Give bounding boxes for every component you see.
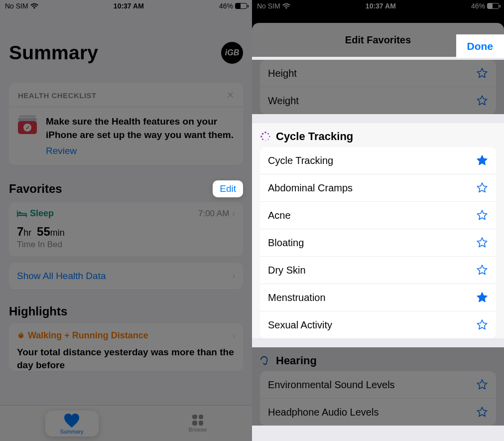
tab-bar: Summary Browse bbox=[0, 405, 252, 441]
battery-icon bbox=[235, 3, 247, 9]
health-checklist-title: HEALTH CHECKLIST bbox=[18, 91, 97, 100]
cycle-label: Sexual Activity bbox=[268, 319, 332, 331]
body-measurements-group: HeightWeight bbox=[260, 60, 496, 114]
tab-browse[interactable]: Browse bbox=[189, 415, 207, 433]
cycle-row[interactable]: Bloating bbox=[260, 229, 496, 257]
highlights-title: Highlights bbox=[9, 304, 243, 318]
svg-point-0 bbox=[264, 132, 266, 134]
chevron-right-icon: › bbox=[232, 209, 235, 219]
svg-point-2 bbox=[269, 136, 270, 137]
favorite-star-icon[interactable] bbox=[476, 406, 488, 418]
hearing-row[interactable]: Environmental Sound Levels bbox=[260, 371, 496, 399]
browse-grid-icon bbox=[192, 415, 203, 426]
hearing-label: Environmental Sound Levels bbox=[268, 379, 395, 391]
cycle-row[interactable]: Dry Skin bbox=[260, 257, 496, 284]
bed-icon bbox=[17, 210, 27, 217]
cycle-row[interactable]: Abdominal Cramps bbox=[260, 174, 496, 202]
cycle-label: Dry Skin bbox=[268, 265, 306, 276]
sleep-duration: 7hr 55min bbox=[17, 225, 235, 239]
health-checklist-text: Make sure the Health features on your iP… bbox=[46, 115, 234, 142]
body-measure-row[interactable]: Height bbox=[260, 60, 496, 87]
status-bar: No SIM 10:37 AM 46% bbox=[0, 0, 252, 12]
cycle-label: Abdominal Cramps bbox=[268, 182, 353, 194]
tab-summary[interactable]: Summary bbox=[45, 411, 99, 437]
favorite-star-icon[interactable] bbox=[476, 95, 488, 107]
favorite-star-icon[interactable] bbox=[476, 209, 488, 221]
favorite-star-icon[interactable] bbox=[476, 154, 488, 166]
favorite-star-icon[interactable] bbox=[476, 182, 488, 194]
svg-point-4 bbox=[265, 141, 265, 141]
svg-point-7 bbox=[262, 133, 264, 135]
cycle-label: Bloating bbox=[268, 237, 304, 249]
cycle-row[interactable]: Cycle Tracking bbox=[260, 147, 496, 174]
health-checklist-card[interactable]: HEALTH CHECKLIST ✕ ✓ Make sure the Healt… bbox=[9, 83, 243, 165]
svg-point-5 bbox=[262, 139, 263, 140]
favorite-star-icon[interactable] bbox=[476, 292, 488, 303]
status-carrier: No SIM bbox=[5, 2, 28, 10]
status-battery-pct: 46% bbox=[219, 2, 233, 10]
favorite-star-icon[interactable] bbox=[476, 379, 488, 391]
cycle-icon bbox=[260, 131, 271, 142]
highlight-metric: Walking + Running Distance bbox=[17, 330, 148, 341]
svg-point-1 bbox=[267, 133, 269, 135]
status-battery-pct: 46% bbox=[471, 2, 485, 10]
show-all-health-data-button[interactable]: Show All Health Data › bbox=[9, 263, 243, 290]
sleep-timestamp: 7:00 AM bbox=[198, 209, 229, 219]
chevron-right-icon: › bbox=[233, 272, 235, 281]
flame-icon bbox=[17, 331, 25, 341]
page-title: Summary bbox=[9, 42, 98, 64]
cycle-label: Acne bbox=[268, 210, 291, 221]
cycle-tracking-group: Cycle TrackingAbdominal CrampsAcneBloati… bbox=[260, 147, 496, 338]
time-in-bed-label: Time In Bed bbox=[17, 240, 235, 250]
body-measure-label: Weight bbox=[268, 95, 299, 107]
cycle-label: Cycle Tracking bbox=[268, 155, 333, 166]
checklist-stack-icon: ✓ bbox=[18, 115, 38, 134]
hearing-heading: Hearing bbox=[252, 347, 504, 371]
cycle-row[interactable]: Acne bbox=[260, 202, 496, 229]
svg-point-6 bbox=[260, 136, 262, 138]
highlight-body: Your total distance yesterday was more t… bbox=[17, 346, 235, 371]
body-measure-label: Height bbox=[268, 68, 297, 79]
status-carrier: No SIM bbox=[257, 2, 280, 10]
heart-icon bbox=[64, 414, 79, 428]
status-time: 10:37 AM bbox=[366, 2, 396, 10]
review-link[interactable]: Review bbox=[46, 146, 234, 156]
favorites-title: Favorites bbox=[9, 182, 62, 196]
cycle-row[interactable]: Menstruation bbox=[260, 284, 496, 311]
favorite-sleep-card[interactable]: Sleep 7:00 AM › 7hr 55min Time In Bed bbox=[9, 202, 243, 257]
modal-title: Edit Favorites bbox=[345, 34, 411, 46]
wifi-icon bbox=[282, 3, 290, 9]
cycle-tracking-heading: Cycle Tracking bbox=[252, 123, 504, 147]
highlight-card[interactable]: Walking + Running Distance › Your total … bbox=[9, 323, 243, 371]
sleep-label: Sleep bbox=[17, 208, 54, 219]
battery-icon bbox=[487, 3, 499, 9]
phone-right: No SIM 10:37 AM 46% Edit Favorites Done … bbox=[252, 0, 504, 441]
hearing-row[interactable]: Headphone Audio Levels bbox=[260, 399, 496, 426]
wifi-icon bbox=[30, 3, 38, 9]
body-measure-row[interactable]: Weight bbox=[260, 87, 496, 114]
favorite-star-icon[interactable] bbox=[476, 67, 488, 79]
avatar[interactable]: iGB bbox=[221, 42, 243, 64]
cycle-row[interactable]: Sexual Activity bbox=[260, 311, 496, 338]
status-time: 10:37 AM bbox=[114, 2, 144, 10]
phone-left: No SIM 10:37 AM 46% Summary iGB HEALTH C… bbox=[0, 0, 252, 441]
hearing-group: Environmental Sound LevelsHeadphone Audi… bbox=[260, 371, 496, 426]
favorite-star-icon[interactable] bbox=[476, 237, 488, 249]
favorite-star-icon[interactable] bbox=[476, 319, 488, 331]
close-icon[interactable]: ✕ bbox=[227, 90, 234, 101]
favorite-star-icon[interactable] bbox=[476, 264, 488, 276]
ear-icon bbox=[260, 355, 271, 366]
done-button[interactable]: Done bbox=[456, 34, 504, 58]
chevron-right-icon: › bbox=[233, 331, 235, 340]
cycle-label: Menstruation bbox=[268, 292, 326, 303]
hearing-label: Headphone Audio Levels bbox=[268, 407, 378, 418]
status-bar: No SIM 10:37 AM 46% bbox=[252, 0, 504, 12]
edit-button[interactable]: Edit bbox=[213, 180, 243, 197]
svg-point-3 bbox=[268, 139, 269, 140]
